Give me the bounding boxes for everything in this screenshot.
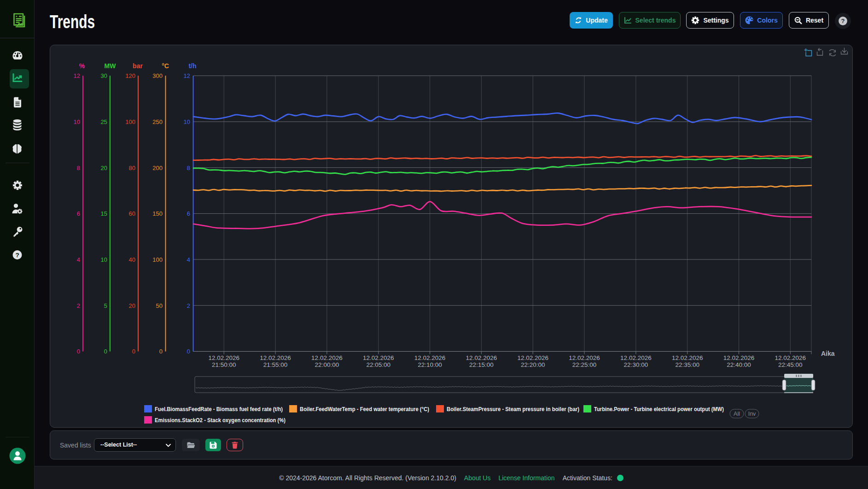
svg-text:12.02.2026: 12.02.2026 — [569, 354, 600, 361]
svg-text:10: 10 — [184, 118, 190, 125]
svg-text:t/h: t/h — [188, 62, 196, 70]
svg-text:10: 10 — [74, 118, 80, 125]
svg-text:5: 5 — [104, 302, 107, 309]
svg-text:80: 80 — [129, 165, 135, 171]
svg-text:0: 0 — [104, 348, 107, 355]
svg-text:22:25:00: 22:25:00 — [572, 361, 597, 368]
svg-text:?: ? — [841, 18, 845, 24]
svg-text:6: 6 — [187, 210, 190, 217]
svg-text:Boiler.FeedWaterTemp - Feed wa: Boiler.FeedWaterTemp - Feed water temper… — [300, 406, 429, 412]
svg-text:22:30:00: 22:30:00 — [624, 361, 648, 368]
svg-text:150: 150 — [152, 210, 163, 217]
svg-text:40: 40 — [129, 256, 135, 263]
svg-text:12.02.2026: 12.02.2026 — [363, 354, 394, 361]
svg-text:Fuel.BiomassFeedRate - Biomass: Fuel.BiomassFeedRate - Biomass fuel feed… — [155, 406, 283, 412]
svg-text:8: 8 — [77, 165, 80, 171]
svg-text:22:40:00: 22:40:00 — [727, 361, 751, 368]
svg-text:50: 50 — [156, 302, 163, 309]
svg-text:25: 25 — [101, 118, 107, 125]
svg-text:15: 15 — [101, 210, 107, 217]
svg-text:22:20:00: 22:20:00 — [521, 361, 545, 368]
svg-text:8: 8 — [187, 165, 190, 171]
svg-text:22:00:00: 22:00:00 — [315, 361, 339, 368]
svg-text:12.02.2026: 12.02.2026 — [311, 354, 343, 361]
svg-text:%: % — [79, 62, 85, 70]
svg-text:22:10:00: 22:10:00 — [418, 361, 442, 368]
svg-text:21:50:00: 21:50:00 — [212, 361, 236, 368]
svg-text:bar: bar — [133, 62, 143, 70]
svg-text:0: 0 — [132, 348, 135, 355]
svg-text:Boiler.SteamPressure - Steam p: Boiler.SteamPressure - Steam pressure in… — [447, 406, 579, 412]
svg-text:20: 20 — [129, 302, 135, 309]
svg-text:0: 0 — [187, 348, 190, 355]
svg-text:12.02.2026: 12.02.2026 — [414, 354, 446, 361]
svg-text:6: 6 — [77, 210, 80, 217]
svg-text:0: 0 — [159, 348, 163, 355]
svg-text:300: 300 — [152, 72, 163, 79]
svg-text:100: 100 — [152, 256, 163, 263]
svg-text:12.02.2026: 12.02.2026 — [517, 354, 548, 361]
svg-text:10: 10 — [101, 256, 107, 263]
svg-text:12.02.2026: 12.02.2026 — [466, 354, 497, 361]
svg-text:12.02.2026: 12.02.2026 — [209, 354, 240, 361]
svg-text:100: 100 — [125, 118, 135, 125]
svg-text:12: 12 — [184, 72, 190, 79]
svg-text:?: ? — [15, 252, 19, 259]
svg-text:22:35:00: 22:35:00 — [675, 361, 699, 368]
svg-text:Aika: Aika — [821, 350, 835, 357]
svg-text:60: 60 — [129, 210, 135, 217]
svg-text:21:55:00: 21:55:00 — [263, 361, 288, 368]
svg-text:Emissions.StackO2 - Stack oxyg: Emissions.StackO2 - Stack oxygen concent… — [155, 417, 285, 424]
svg-text:30: 30 — [101, 72, 107, 79]
svg-text:4: 4 — [187, 256, 190, 263]
svg-text:12.02.2026: 12.02.2026 — [620, 354, 652, 361]
svg-text:12: 12 — [74, 72, 80, 79]
svg-text:22:05:00: 22:05:00 — [367, 361, 391, 368]
svg-text:120: 120 — [125, 72, 135, 79]
svg-text:12.02.2026: 12.02.2026 — [672, 354, 703, 361]
svg-text:MW: MW — [105, 62, 117, 70]
svg-text:4: 4 — [77, 256, 80, 263]
svg-text:2: 2 — [187, 302, 190, 309]
svg-text:Turbine.Power - Turbine electr: Turbine.Power - Turbine electrical power… — [594, 406, 724, 412]
svg-text:22:45:00: 22:45:00 — [778, 361, 803, 368]
svg-text:12.02.2026: 12.02.2026 — [260, 354, 291, 361]
svg-text:12.02.2026: 12.02.2026 — [775, 354, 806, 361]
svg-text:2: 2 — [77, 302, 80, 309]
svg-text:°C: °C — [162, 62, 169, 70]
svg-text:Inv: Inv — [748, 411, 756, 417]
svg-text:200: 200 — [152, 165, 163, 171]
svg-text:20: 20 — [101, 165, 107, 171]
svg-text:All: All — [734, 411, 740, 417]
svg-text:12.02.2026: 12.02.2026 — [723, 354, 755, 361]
svg-text:250: 250 — [152, 118, 163, 125]
svg-text:22:15:00: 22:15:00 — [469, 361, 494, 368]
svg-text:0: 0 — [77, 348, 80, 355]
